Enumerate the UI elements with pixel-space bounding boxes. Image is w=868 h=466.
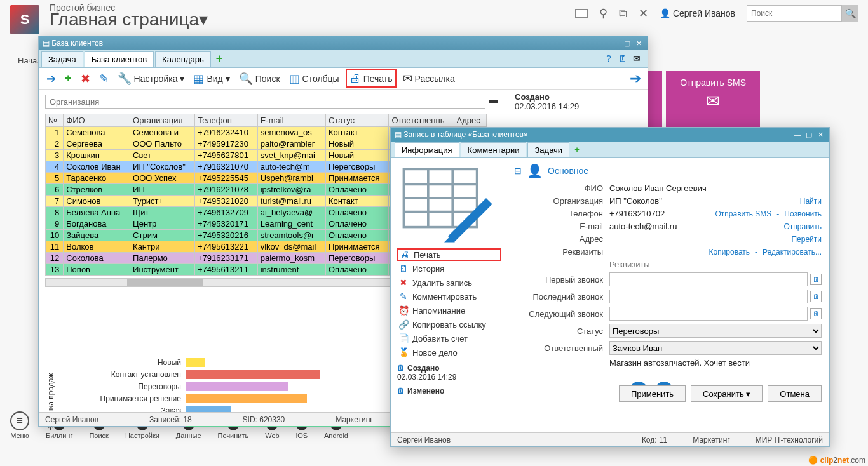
tab-add[interactable]: + [571, 145, 583, 154]
record-window: ▤ Запись в таблице «База клиентов» — ▢ ✕… [390, 127, 830, 447]
global-search-input[interactable] [747, 5, 842, 22]
action-add-invoice[interactable]: 📄Добавить счет [397, 332, 501, 345]
input-last-call[interactable] [609, 290, 808, 303]
person-icon: 👤 [527, 163, 543, 178]
cancel-button[interactable]: Отмена [768, 385, 822, 402]
record-window-title: Запись в таблице «База клиентов» [403, 130, 527, 139]
tab-comments[interactable]: Комментарии [461, 142, 527, 157]
doc-icon: ▤ [43, 39, 50, 48]
org-filter-input[interactable] [45, 95, 485, 109]
col-header[interactable]: E-mail [257, 114, 325, 127]
input-first-call[interactable] [609, 272, 808, 286]
calendar-icon[interactable]: 🗓 [810, 274, 822, 285]
maximize-button[interactable]: ▢ [804, 130, 814, 139]
pin-icon[interactable]: ⚲ [599, 6, 607, 20]
link-send-sms[interactable]: Отправить SMS [715, 210, 771, 218]
record-statusbar: Сергей Иванов Код: 11МаркетингМИР IT-тех… [391, 432, 829, 446]
action-print[interactable]: 🖨Печать [397, 248, 501, 261]
doc-icon: ▤ [395, 130, 402, 139]
col-header[interactable]: Статус [325, 114, 388, 127]
maximize-button[interactable]: ▢ [622, 39, 632, 48]
tab-add[interactable]: + [212, 52, 227, 65]
tab-task[interactable]: Задача [41, 51, 83, 67]
link-send-mail[interactable]: Отправить [783, 222, 822, 231]
label-next-call: Следующий звонок [514, 309, 609, 319]
select-status[interactable]: Переговоры [609, 324, 822, 338]
add-button[interactable]: + [62, 70, 74, 86]
label-org: Организация [514, 196, 609, 206]
label-mail: E-mail [514, 222, 609, 231]
view-button[interactable]: ▦Вид ▾ [191, 70, 232, 87]
col-header[interactable]: Адрес [454, 114, 486, 127]
columns-button[interactable]: ▥Столбцы [287, 70, 342, 87]
label-tel: Телефон [514, 209, 609, 218]
action-delete[interactable]: ✖Удалить запись [397, 276, 501, 289]
search-button[interactable]: 🔍Поиск [236, 70, 283, 87]
funnel-row: Принимается решение [59, 394, 426, 404]
settings-button[interactable]: 🔧Настройка ▾ [115, 70, 187, 87]
current-user[interactable]: 👤 Сергей Иванов [660, 8, 735, 18]
link-call[interactable]: Позвонить [784, 210, 822, 218]
value-fio: Соколов Иван Сергеевич [609, 183, 822, 193]
minimize-button[interactable]: — [792, 130, 803, 139]
label-address: Адрес [514, 234, 609, 244]
tab-info[interactable]: Информация [395, 142, 459, 157]
menu-icon[interactable]: ≡Меню [10, 411, 29, 439]
minimize-button[interactable]: — [611, 39, 621, 48]
value-org: ИП "Соколов" [609, 196, 795, 206]
created-info: Создано02.03.2016 14:29 [515, 92, 579, 111]
toolbar-more[interactable]: ➔ [630, 70, 641, 87]
record-illustration-icon [397, 164, 499, 247]
tab-calendar[interactable]: Календарь [155, 51, 211, 67]
link-edit-req[interactable]: Редактировать... [763, 248, 822, 256]
tab-tasks[interactable]: Задачи [527, 142, 569, 157]
clients-window-title: База клиентов [51, 39, 103, 48]
collapse-icon[interactable]: ⊟ [514, 166, 522, 176]
col-header[interactable]: ФИО [64, 114, 130, 127]
link-find[interactable]: Найти [800, 197, 822, 206]
record-changed: 🗓 Изменено [397, 387, 501, 396]
mail-icon[interactable]: ✉ [631, 53, 642, 64]
action-history[interactable]: 🗓История [397, 262, 501, 275]
label-last-call: Последний звонок [514, 292, 609, 302]
select-responsible[interactable]: Замков Иван [609, 341, 822, 355]
label-first-call: Первый звонок [514, 275, 609, 284]
close-button[interactable]: ✕ [815, 130, 825, 139]
help-icon[interactable]: ? [603, 53, 614, 64]
col-header[interactable]: Ответственнь [389, 114, 454, 127]
delete-button[interactable]: ✖ [78, 70, 93, 87]
action-comment[interactable]: ✎Комментировать [397, 290, 501, 303]
battery-icon [575, 9, 588, 18]
edit-button[interactable]: ✎ [97, 70, 111, 87]
action-reminder[interactable]: ⏰Напоминание [397, 304, 501, 317]
print-button[interactable]: 🖨Печать [346, 69, 397, 88]
apply-button[interactable]: Применить [619, 385, 686, 402]
nav-forward-button[interactable]: ➔ [44, 70, 58, 87]
app-logo: S [10, 5, 39, 34]
calendar-icon[interactable]: 🗓 [810, 308, 822, 319]
col-header[interactable]: Телефон [194, 114, 257, 127]
mailing-button[interactable]: ✉Рассылка [400, 70, 458, 87]
window-layout-icon[interactable]: ⧉ [619, 7, 627, 20]
action-copy-link[interactable]: 🔗Копировать ссылку [397, 318, 501, 331]
value-tel: +79163210702 [609, 209, 710, 218]
section-main[interactable]: ⊟ 👤 Основное [514, 163, 822, 178]
col-header[interactable]: Организация [130, 114, 195, 127]
col-header[interactable]: № [46, 114, 64, 127]
close-button[interactable]: ✕ [634, 39, 644, 48]
label-requisites: Реквизиты [514, 247, 609, 256]
action-new-case[interactable]: 🏅Новое дело [397, 346, 501, 359]
expand-side-icon[interactable] [489, 100, 498, 103]
tile-send-sms[interactable]: Отправить SMS✉ [666, 71, 760, 129]
link-goto[interactable]: Перейти [791, 235, 822, 244]
link-copy-req[interactable]: Копировать [709, 248, 750, 256]
value-mail: auto-tech@mail.ru [609, 222, 778, 231]
calendar-icon[interactable]: 🗓 [810, 291, 822, 302]
app-close-icon[interactable]: ✕ [639, 6, 648, 20]
global-search-button[interactable]: 🔍 [842, 5, 858, 22]
tab-clients[interactable]: База клиентов [85, 51, 154, 67]
history-icon[interactable]: 🗓 [617, 53, 628, 64]
funnel-row: Переговоры [59, 382, 426, 392]
save-button[interactable]: Сохранить ▾ [691, 385, 763, 402]
input-next-call[interactable] [609, 307, 808, 321]
